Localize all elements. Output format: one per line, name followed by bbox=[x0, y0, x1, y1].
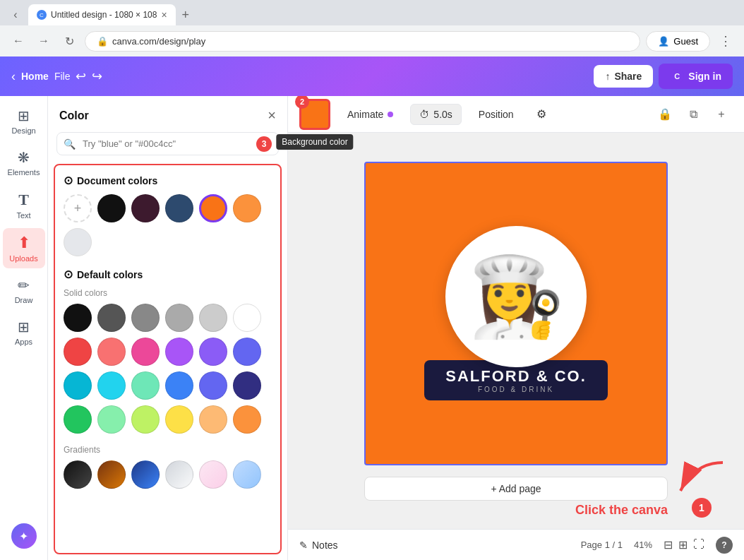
solid-violet[interactable] bbox=[199, 338, 227, 366]
sidebar-item-draw[interactable]: ✏ Draw bbox=[3, 271, 45, 310]
grid-view-btn[interactable]: ⊞ bbox=[678, 538, 688, 552]
solid-hotpink[interactable] bbox=[131, 338, 160, 366]
file-btn[interactable]: File bbox=[54, 71, 71, 82]
sparkle-btn[interactable]: ✦ bbox=[11, 523, 37, 549]
canvas-frame[interactable]: 👩‍🍳 SALFORD & CO. FOOD & DRINK bbox=[364, 162, 668, 465]
share-btn[interactable]: ↑ Share bbox=[594, 65, 653, 88]
canvas-content[interactable]: 👩‍🍳 SALFORD & CO. FOOD & DRINK + Add pag… bbox=[288, 133, 744, 529]
browser-tabs: ‹ C Untitled design - 1080 × 108 × + bbox=[0, 0, 744, 25]
elements-label: Elements bbox=[8, 168, 40, 177]
guest-btn[interactable]: 👤 Guest bbox=[646, 31, 710, 52]
fullscreen-btn[interactable]: ⛶ bbox=[693, 538, 704, 552]
lock-btn[interactable]: 🔒 bbox=[654, 103, 676, 126]
copy-frame-btn[interactable]: ⧉ bbox=[682, 103, 704, 126]
color-swatch-orange-ring[interactable] bbox=[199, 194, 227, 222]
color-swatch-orange[interactable] bbox=[233, 194, 261, 222]
browser-menu-btn[interactable]: ⋮ bbox=[716, 31, 736, 51]
grad-2[interactable] bbox=[97, 460, 126, 489]
sidebar-item-design[interactable]: ⊞ Design bbox=[3, 102, 45, 141]
help-btn[interactable]: ? bbox=[716, 537, 733, 554]
solid-amber[interactable] bbox=[233, 405, 261, 434]
nav-back-btn[interactable]: ← bbox=[8, 31, 28, 51]
solid-gray2[interactable] bbox=[131, 304, 160, 332]
nav-refresh-btn[interactable]: ↻ bbox=[59, 31, 79, 51]
grad-5[interactable] bbox=[199, 460, 227, 489]
position-btn[interactable]: Position bbox=[470, 105, 522, 124]
solid-blue[interactable] bbox=[165, 371, 193, 400]
browser-back[interactable]: ‹ bbox=[6, 5, 25, 25]
uploads-icon: ⬆ bbox=[18, 234, 30, 252]
solid-gray3[interactable] bbox=[165, 304, 193, 332]
notes-label: Notes bbox=[312, 540, 338, 551]
solid-yellow[interactable] bbox=[165, 405, 193, 434]
solid-darkindigo[interactable] bbox=[233, 371, 261, 400]
solid-lightcyan[interactable] bbox=[97, 371, 126, 400]
grad-4[interactable] bbox=[165, 460, 193, 489]
desktop-view-btn[interactable]: ⊟ bbox=[664, 538, 673, 552]
color-search-input[interactable] bbox=[56, 132, 279, 155]
color-panel-header: Color × bbox=[48, 96, 287, 132]
solid-gray1[interactable] bbox=[97, 304, 126, 332]
sparkle-icon: ✦ bbox=[19, 530, 28, 543]
signin-btn[interactable]: C Sign in bbox=[659, 64, 733, 89]
solid-lime[interactable] bbox=[131, 405, 160, 434]
add-frame-btn[interactable]: + bbox=[710, 103, 733, 126]
doc-colors-grid: + bbox=[64, 194, 272, 256]
solid-mint[interactable] bbox=[131, 371, 160, 400]
new-tab-btn[interactable]: + bbox=[176, 5, 196, 25]
solid-purple[interactable] bbox=[165, 338, 193, 366]
canvas-wrapper: 2 Background color Animate ⏱ 5.0s Positi… bbox=[288, 96, 744, 560]
animate-dot bbox=[388, 112, 393, 117]
timer-icon: ⏱ bbox=[419, 109, 429, 120]
share-label: Share bbox=[614, 71, 642, 82]
animate-btn[interactable]: Animate bbox=[339, 105, 402, 124]
logo-name: SALFORD & CO. bbox=[445, 367, 587, 386]
active-tab[interactable]: C Untitled design - 1080 × 108 × bbox=[28, 4, 176, 25]
close-color-panel-btn[interactable]: × bbox=[268, 107, 276, 124]
tab-title: Untitled design - 1080 × 108 bbox=[51, 10, 157, 20]
solid-green[interactable] bbox=[64, 405, 92, 434]
timer-btn[interactable]: ⏱ 5.0s bbox=[410, 104, 461, 125]
solid-blue2[interactable] bbox=[199, 371, 227, 400]
undo-btn[interactable]: ↩ bbox=[76, 68, 86, 84]
grad-6[interactable] bbox=[233, 460, 261, 489]
solid-black[interactable] bbox=[64, 304, 92, 332]
color-swatch-lightgray[interactable] bbox=[64, 228, 92, 256]
color-swatch-darkred[interactable] bbox=[131, 194, 160, 222]
browser-nav: ← → ↻ 🔒 canva.com/design/play 👤 Guest ⋮ bbox=[0, 25, 744, 56]
back-arrow-btn[interactable]: ‹ bbox=[11, 69, 16, 84]
more-options-btn[interactable]: ⚙ bbox=[531, 103, 552, 125]
solid-peach[interactable] bbox=[199, 405, 227, 434]
toolbar-right: ↑ Share C Sign in bbox=[594, 64, 733, 89]
sidebar-item-apps[interactable]: ⊞ Apps bbox=[3, 313, 45, 352]
sidebar-item-uploads[interactable]: ⬆ Uploads bbox=[3, 228, 45, 268]
solid-white[interactable] bbox=[233, 304, 261, 332]
share-icon: ↑ bbox=[605, 71, 610, 82]
solid-lightgreen[interactable] bbox=[97, 405, 126, 434]
solid-cyan[interactable] bbox=[64, 371, 92, 400]
redo-btn[interactable]: ↪ bbox=[92, 68, 102, 84]
document-colors-section: ⊙ Document colors bbox=[64, 174, 272, 187]
sidebar-item-elements[interactable]: ❋ Elements bbox=[3, 143, 45, 182]
add-page-btn[interactable]: + Add page bbox=[364, 477, 668, 501]
doc-colors-title: Document colors bbox=[77, 175, 157, 186]
account-icon: 👤 bbox=[658, 36, 669, 47]
tab-close-btn[interactable]: × bbox=[161, 9, 167, 20]
solid-gray4[interactable] bbox=[199, 304, 227, 332]
nav-forward-btn[interactable]: → bbox=[34, 31, 54, 51]
solid-indigo[interactable] bbox=[233, 338, 261, 366]
grad-1[interactable] bbox=[64, 460, 92, 489]
add-page-area: + Add page bbox=[364, 477, 668, 501]
notes-btn[interactable]: ✎ Notes bbox=[299, 540, 338, 551]
add-color-swatch[interactable]: + bbox=[64, 194, 92, 222]
sidebar-item-text[interactable]: T Text bbox=[3, 185, 45, 225]
solid-red[interactable] bbox=[64, 338, 92, 366]
color-swatch-darkblue[interactable] bbox=[165, 194, 193, 222]
address-bar[interactable]: 🔒 canva.com/design/play bbox=[85, 31, 640, 52]
tab-favicon: C bbox=[37, 10, 47, 20]
signin-label: Sign in bbox=[688, 71, 721, 82]
grad-3[interactable] bbox=[131, 460, 160, 489]
solid-pink[interactable] bbox=[97, 338, 126, 366]
home-btn[interactable]: Home bbox=[21, 71, 49, 82]
color-swatch-black[interactable] bbox=[97, 194, 126, 222]
